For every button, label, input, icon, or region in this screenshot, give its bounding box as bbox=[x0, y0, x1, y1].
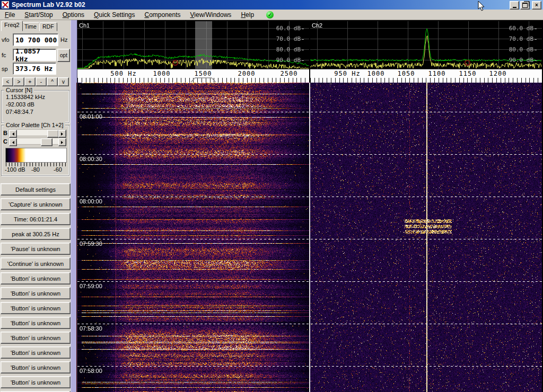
peak-button[interactable]: peak at 300.25 Hz bbox=[1, 228, 71, 240]
ch2-tick-strip bbox=[310, 78, 542, 83]
user-button-8[interactable]: 'Button' is unknown bbox=[1, 376, 71, 388]
window-title: Spectrum Lab V2.92 b02 bbox=[12, 1, 85, 8]
time-gridline bbox=[77, 281, 542, 282]
waterfall-display-ch1[interactable] bbox=[77, 83, 309, 392]
palette-scale-ticks bbox=[6, 163, 66, 166]
menu-view-windows[interactable]: View/Windows bbox=[186, 10, 237, 20]
title-bar[interactable]: Spectrum Lab V2.92 b02 × bbox=[0, 0, 543, 10]
waterfall-timestamp: 08:00:30 bbox=[80, 156, 102, 162]
user-button-3[interactable]: 'Button' is unknown bbox=[1, 302, 71, 314]
contrast-row-label: C bbox=[3, 138, 7, 145]
default-settings-button[interactable]: Default settings bbox=[1, 183, 71, 195]
ch1-freq-label: 500 Hz bbox=[110, 70, 136, 77]
menu-quick-settings[interactable]: Quick Settings bbox=[89, 10, 139, 20]
nav-right-button[interactable]: > bbox=[13, 77, 24, 86]
status-indicator-icon: ✓ bbox=[266, 11, 274, 19]
waterfall-left-edge bbox=[76, 83, 77, 392]
contrast-slider-thumb[interactable] bbox=[41, 138, 52, 146]
user-button-5[interactable]: 'Button' is unknown bbox=[1, 332, 71, 344]
waterfall-timestamp: 07:59:30 bbox=[80, 240, 102, 247]
restore-icon bbox=[522, 3, 528, 8]
arrow-right-icon[interactable] bbox=[58, 138, 66, 146]
ch1-db-label-90: 90.0 dB bbox=[274, 57, 304, 64]
pause-button[interactable]: 'Pause' is unknown bbox=[1, 243, 71, 255]
user-button-4[interactable]: 'Button' is unknown bbox=[1, 317, 71, 329]
ch1-freq-label: 1000 bbox=[153, 70, 171, 77]
ch2-freq-label: 1150 bbox=[459, 70, 477, 77]
arrow-left-icon[interactable] bbox=[9, 130, 17, 138]
brightness-row-label: B bbox=[3, 130, 7, 136]
frequency-ruler-ch1[interactable]: 500 Hz 1000 1500 2000 2500 bbox=[77, 69, 309, 83]
menu-start-stop[interactable]: Start/Stop bbox=[20, 10, 57, 20]
brightness-slider-thumb[interactable] bbox=[47, 130, 59, 138]
fc-input[interactable]: 1.0857 kHz bbox=[13, 49, 56, 61]
ch2-freq-label: 1200 bbox=[489, 70, 507, 77]
time-button[interactable]: Time: 06:01:21.4 bbox=[1, 213, 71, 225]
vfo-unit-label: Hz bbox=[60, 37, 67, 43]
application-window: Spectrum Lab V2.92 b02 × File Start/Stop… bbox=[0, 0, 543, 392]
vfo-input[interactable]: 10 700 000 bbox=[13, 33, 58, 46]
waterfall-timestamp: 07:59:00 bbox=[80, 283, 102, 289]
time-gridline bbox=[77, 366, 542, 367]
ch2-db-label-90: 90.0 dB bbox=[507, 57, 537, 64]
minimize-button[interactable] bbox=[510, 1, 519, 10]
menu-components[interactable]: Components bbox=[140, 10, 186, 20]
waterfall-display-ch2[interactable] bbox=[310, 83, 542, 392]
cursor-level-readout: -92.003 dB bbox=[6, 101, 34, 108]
ch2-freq-label: 950 Hz bbox=[334, 70, 360, 77]
sp-input[interactable]: 373.76 Hz bbox=[13, 63, 56, 75]
time-gridline bbox=[77, 324, 542, 324]
sp-label: sp bbox=[2, 66, 8, 72]
restore-button[interactable] bbox=[520, 1, 530, 10]
menu-file[interactable]: File bbox=[0, 10, 20, 20]
time-gridline bbox=[77, 112, 542, 112]
ch1-db-label-60: 60.0 dB bbox=[274, 25, 304, 32]
band-bracket-icon bbox=[77, 77, 309, 83]
cursor-panel-title: Cursor [N] bbox=[4, 87, 34, 93]
cursor-marker-ch2 bbox=[465, 60, 470, 66]
ch1-db-label-70: 70.0 dB bbox=[274, 35, 304, 42]
user-button-2[interactable]: 'Button' is unknown bbox=[1, 287, 71, 299]
palette-scale-max: -60 bbox=[54, 166, 62, 173]
waterfall-timestamp: 07:58:00 bbox=[80, 368, 102, 374]
nav-plus-button[interactable]: + bbox=[24, 77, 36, 86]
ch2-db-label-80: 80.0 dB bbox=[507, 46, 537, 53]
ch1-freq-label: 2000 bbox=[238, 70, 256, 77]
menu-help[interactable]: Help bbox=[236, 10, 259, 20]
brightness-slider[interactable] bbox=[8, 129, 67, 136]
user-button-6[interactable]: 'Button' is unknown bbox=[1, 346, 71, 359]
cursor-frequency-readout: 1.1533842 kHz bbox=[6, 94, 45, 100]
nav-left-button[interactable]: < bbox=[2, 77, 13, 86]
nav-minus-button[interactable]: - bbox=[36, 77, 47, 86]
user-button-1[interactable]: 'Button' is unknown bbox=[1, 272, 71, 284]
time-gridline bbox=[77, 197, 542, 197]
waterfall-timestamp: 08:00:00 bbox=[80, 198, 102, 204]
color-palette-panel: Color Palette [Ch 1+2] B C -100 dB -80 -… bbox=[1, 125, 69, 176]
user-button-7[interactable]: 'Button' is unknown bbox=[1, 361, 71, 373]
ch2-freq-label: 1000 bbox=[367, 70, 385, 77]
ch1-db-label-80: 80.0 dB bbox=[274, 46, 304, 53]
nav-down-button[interactable]: v bbox=[58, 77, 69, 86]
tab-time[interactable]: Time bbox=[21, 22, 40, 31]
frequency-ruler-ch2[interactable]: 950 Hz 1000 1050 1100 1150 1200 bbox=[310, 69, 542, 83]
menu-bar: File Start/Stop Options Quick Settings C… bbox=[0, 10, 543, 20]
app-icon bbox=[2, 1, 9, 8]
capture-button[interactable]: 'Capture' is unknown bbox=[1, 198, 71, 210]
opt-button[interactable]: opt bbox=[57, 49, 70, 62]
continue-button[interactable]: 'Continue' is unknown bbox=[1, 257, 71, 270]
nav-up-button[interactable]: ^ bbox=[47, 77, 58, 86]
menu-options[interactable]: Options bbox=[58, 10, 89, 20]
close-button[interactable]: × bbox=[532, 1, 541, 10]
ch1-freq-label: 1500 bbox=[195, 70, 212, 77]
panel-divider bbox=[309, 83, 310, 392]
channel-2-label: Ch2 bbox=[312, 22, 322, 29]
arrow-right-icon[interactable] bbox=[58, 130, 66, 138]
ch2-freq-label: 1050 bbox=[398, 70, 415, 77]
tab-freq2[interactable]: Freq2 bbox=[1, 21, 23, 31]
sidebar-panel: Freq2 Time RDF vfo 10 700 000 Hz fc 1.08… bbox=[0, 20, 71, 392]
arrow-left-icon[interactable] bbox=[9, 138, 17, 146]
tab-rdf[interactable]: RDF bbox=[39, 22, 57, 31]
color-palette-title: Color Palette [Ch 1+2] bbox=[4, 122, 65, 128]
cursor-time-readout: 07:48:34.7 bbox=[6, 109, 33, 115]
contrast-slider[interactable] bbox=[8, 138, 67, 145]
